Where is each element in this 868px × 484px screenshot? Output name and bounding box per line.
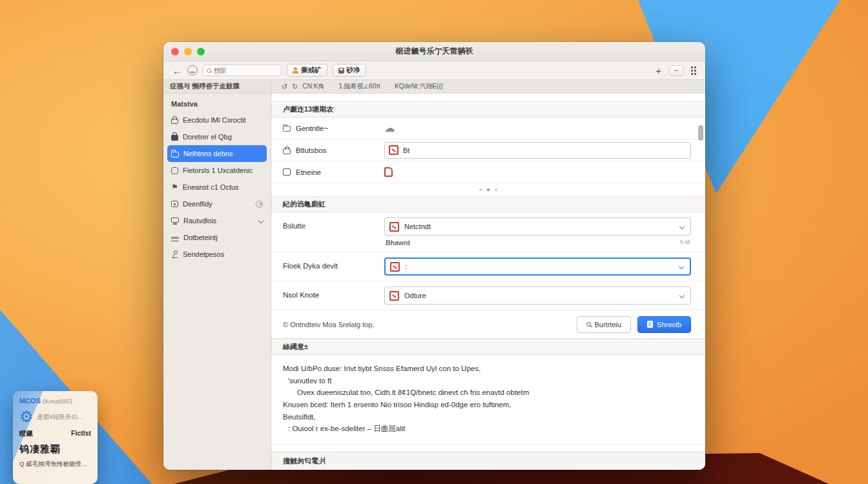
red-flag-icon — [389, 222, 399, 232]
widget-brand: MCOS — [19, 397, 41, 405]
general-row-1[interactable]: Btlutsbos Bt — [271, 139, 705, 161]
walker-icon — [171, 250, 178, 258]
dropdown-value: Odture — [404, 292, 426, 299]
sync-badge-icon — [256, 201, 263, 208]
sidebar-item-label: Eecdotu lMl Csroctit — [183, 116, 263, 124]
sidebar-item-7[interactable]: Dotbeteintj — [167, 229, 267, 246]
search-icon — [207, 68, 211, 73]
remove-button[interactable]: − — [669, 65, 683, 76]
search-action-button[interactable]: Burtrteiu — [577, 316, 632, 333]
carousel-dots[interactable] — [271, 183, 705, 196]
search-box[interactable] — [203, 65, 282, 76]
share-toolbar-button-label: 砂净 — [347, 66, 360, 75]
field-row-0: Bslutte Netctndt Bhawnt h-M — [271, 212, 705, 252]
document-icon — [647, 321, 653, 328]
general-row-0[interactable]: Gentntle~ ☁ — [271, 117, 705, 139]
sidebar-item-1[interactable]: Doretrer el Qbg — [167, 128, 267, 145]
footer-note: © Ontndteiv Moa Srelalg top, — [283, 321, 374, 328]
notes-block: Modi U/bPo duse: Irivt tiybt Snsss Efame… — [271, 355, 705, 445]
dropdown-field-0[interactable]: Netctndt — [384, 217, 691, 236]
field-label: Nsol Knote — [283, 287, 384, 299]
scrollbar[interactable] — [698, 114, 703, 447]
sidebar-item-8[interactable]: Sendetpesos — [167, 246, 267, 263]
display-icon — [171, 217, 179, 223]
field-row-1: Floek Dyka devlt : — [271, 252, 705, 281]
sidebar-item-0[interactable]: Eecdotu lMl Csroctit — [167, 112, 267, 128]
app-window: 椐进觎号乐亇夭雷躺袄 ← 撕戒矿 砂净 + − 症视与 恻殍侨于走鼓牒 Mats… — [163, 42, 705, 470]
widget-gear-caption: 是面4短医舟S)... — [37, 413, 83, 421]
field-label: Floek Dyka devlt — [283, 257, 384, 270]
dropdown-value: : — [405, 263, 407, 270]
chat-icon — [171, 201, 178, 207]
undo-redo-icons[interactable]: ↺ ↻ — [282, 83, 300, 91]
sidebar-item-label: Sendetpesos — [183, 250, 263, 258]
cloud-icon[interactable]: ☁ — [384, 123, 395, 134]
chevron-down-icon[interactable] — [258, 218, 264, 223]
titlebar[interactable]: 椐进觎号乐亇夭雷躺袄 — [163, 42, 705, 61]
breadcrumb-label: CN:K角 — [303, 82, 325, 91]
red-doc-icon[interactable] — [384, 167, 393, 177]
widget-status-right: Fictlst — [71, 429, 91, 438]
note-line: : Ouiool r ex-be-sdeliter – 日曲屈alit — [283, 423, 691, 435]
user-toolbar-button[interactable]: 撕戒矿 — [287, 64, 327, 77]
sidebar-item-4[interactable]: ⚑ Eneanst c1 Octus — [167, 179, 267, 196]
note-line: Modi U/bPo duse: Irivt tiybt Snsss Efame… — [283, 363, 691, 375]
breadcrumb-label: 1.觊希视∠60π — [338, 82, 380, 91]
sidebar-item-5[interactable]: Deenflldy — [167, 196, 267, 212]
section-general-header: 卢觑迮13塘期农 — [271, 101, 705, 117]
dropdown-field-1-focused[interactable]: : — [384, 257, 691, 276]
scrollbar-thumb[interactable] — [698, 125, 703, 141]
sidebar-item-label: Doretrer el Qbg — [183, 133, 263, 141]
row-label: Etneine — [296, 168, 321, 176]
desktop-widget[interactable]: MCOS (KnoaS9日 ⚙ 是面4短医舟S)... 瞪觎 Fictlst 钨… — [13, 391, 98, 484]
dropdown-field-2[interactable]: Odture — [384, 287, 691, 305]
row-text-input[interactable]: Bt — [384, 142, 691, 159]
sidebar-item-3[interactable]: Fietorsls 1 Uxcatdenic — [167, 162, 267, 179]
primary-action-button[interactable]: Shreolb — [637, 316, 691, 333]
flag-icon: ⚑ — [171, 183, 178, 191]
primary-action-button-label: Shreolb — [657, 321, 681, 328]
user-toolbar-button-label: 撕戒矿 — [301, 66, 322, 75]
section-bottom-header: 撞觥匆匂電爿 — [271, 452, 705, 470]
field-hint-right: h-M — [680, 239, 690, 247]
toolbar: ← 撕戒矿 砂净 + − — [163, 61, 705, 80]
sidebar-item-label: Deenflldy — [183, 200, 251, 208]
note-line: 'sunutlev to ft — [283, 375, 691, 387]
content-scroll-area[interactable]: 卢觑迮13塘期农 Gentntle~ ☁ Btlutsbos — [271, 94, 705, 452]
row-input-value: Bt — [403, 146, 409, 154]
lock-icon — [171, 119, 178, 124]
sidebar: 症视与 恻殍侨于走鼓牒 Matstva Eecdotu lMl Csroctit… — [163, 80, 271, 470]
back-button[interactable]: ← — [172, 66, 182, 76]
search-input[interactable] — [214, 67, 272, 74]
breadcrumb-segment-0[interactable]: ↺ ↻ CN:K角 — [282, 82, 324, 91]
sidebar-item-2-selected[interactable]: Nelhtnns debns — [167, 145, 267, 162]
search-icon — [586, 322, 591, 327]
row-label: Gentntle~ — [296, 125, 328, 132]
red-flag-icon — [390, 262, 400, 272]
disk-icon — [338, 68, 344, 74]
share-toolbar-button[interactable]: 砂净 — [333, 64, 366, 77]
page-icon — [283, 126, 291, 132]
note-line: Knusen bced: Iterh 1 ersento Nio trisoo … — [283, 399, 691, 411]
grid-view-icon[interactable] — [691, 66, 696, 75]
general-row-2[interactable]: Etneine — [271, 161, 705, 183]
sidebar-item-label: Fietorsls 1 Uxcatdenic — [183, 166, 263, 174]
bag-icon — [171, 135, 178, 141]
fields-footer: © Ontndteiv Moa Srelalg top, Burtrteiu S… — [271, 310, 705, 339]
sidebar-item-label: Nelhtnns debns — [183, 150, 263, 157]
sidebar-header: 症视与 恻殍侨于走鼓牒 — [163, 80, 271, 94]
red-flag-icon — [389, 145, 398, 155]
account-icon[interactable] — [187, 65, 198, 76]
breadcrumb-segment-1[interactable]: 1.觊希视∠60π — [338, 82, 380, 91]
frame-icon — [283, 168, 291, 176]
stack-icon — [171, 237, 179, 239]
content-pane: ↺ ↻ CN:K角 1.觊希视∠60π KQdeNt 汽翔E((( 卢觑迮13塘… — [271, 80, 705, 470]
field-label: Bslutte — [283, 217, 384, 230]
sidebar-item-6[interactable]: Rautvdlois — [167, 212, 267, 229]
folder-icon — [171, 152, 179, 157]
red-flag-icon — [389, 291, 399, 301]
add-button[interactable]: + — [656, 65, 661, 76]
row-label: Btlutsbos — [296, 146, 326, 154]
note-line: Beutsifldt, — [283, 411, 691, 423]
breadcrumb-segment-2[interactable]: KQdeNt 汽翔E((( — [395, 82, 443, 91]
